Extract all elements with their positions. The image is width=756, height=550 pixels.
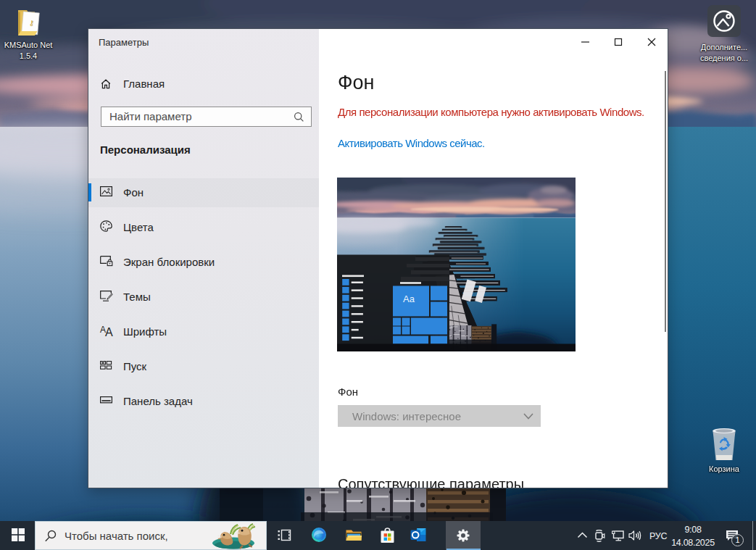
svg-text:⚷: ⚷ [29, 19, 35, 28]
svg-text:Aa: Aa [403, 293, 415, 304]
